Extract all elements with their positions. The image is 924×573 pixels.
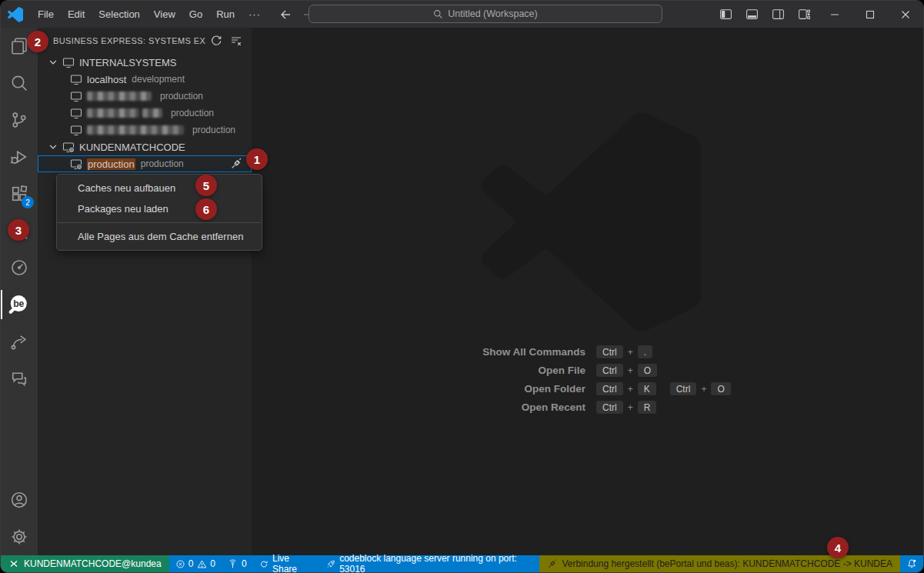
key: . — [638, 345, 652, 359]
errors-icon — [175, 559, 185, 569]
connect-plug-icon[interactable] — [230, 158, 242, 170]
menu-item-alle-pages-cache-entfernen[interactable]: Alle Pages aus dem Cache entfernen — [57, 226, 262, 247]
language-server-status[interactable]: codeblock language server running on por… — [320, 555, 540, 572]
tree-item-redacted-server[interactable]: production — [38, 105, 252, 122]
comments-icon[interactable] — [1, 360, 38, 397]
vscode-watermark-logo — [482, 112, 701, 331]
sidebar-title: BUSINESS EXPRESS: SYSTEMS EXPLOR... — [53, 36, 205, 45]
activity-bar-spacer — [1, 397, 38, 481]
search-view-icon[interactable] — [1, 65, 38, 102]
business-express-view-icon[interactable]: be — [1, 286, 38, 323]
tree-item-label-match: production — [87, 158, 135, 170]
tree-item-production-selected[interactable]: production production — [38, 155, 252, 172]
menu-more-icon[interactable]: ··· — [242, 5, 268, 23]
key: Ctrl — [596, 364, 623, 378]
menu-view[interactable]: View — [147, 5, 182, 23]
customize-layout-icon[interactable] — [791, 1, 817, 28]
tree-item-localhost[interactable]: localhost development — [38, 71, 252, 88]
ports-indicator[interactable]: 0 — [222, 555, 253, 572]
shortcut-label: Open Recent — [416, 401, 585, 415]
minimize-button[interactable] — [817, 1, 852, 28]
rocket-icon — [326, 559, 335, 569]
key: O — [638, 364, 657, 378]
tree-item-redacted-server[interactable]: production — [38, 88, 252, 105]
annotation-badge-5: 5 — [195, 175, 217, 196]
language-server-label: codeblock language server running on por… — [339, 553, 533, 573]
shortcut-keys: Ctrl + K Ctrl + O — [596, 382, 796, 396]
key: K — [638, 382, 656, 396]
annotation-badge-4: 4 — [827, 537, 849, 558]
shortcut-keys: Ctrl + . — [596, 345, 796, 359]
menu-edit[interactable]: Edit — [61, 5, 92, 23]
share-forward-icon[interactable] — [1, 323, 38, 360]
toggle-panel-icon[interactable] — [739, 1, 765, 28]
vscode-logo-icon — [8, 7, 23, 22]
server-monitor-active-icon — [62, 141, 75, 153]
activity-bar: 2 be be — [1, 28, 38, 555]
connection-status[interactable]: Verbindung hergestellt (bePortal und bea… — [539, 555, 900, 572]
refresh-icon[interactable] — [207, 32, 225, 49]
server-monitor-icon — [62, 56, 75, 68]
tree-item-description: production — [160, 91, 203, 102]
annotation-badge-1: 1 — [246, 148, 268, 170]
shortcut-label: Open File — [416, 364, 585, 378]
close-button[interactable] — [888, 1, 923, 28]
key: Ctrl — [670, 382, 697, 396]
remote-label: KUNDENMATCHCODE@kundea — [24, 558, 162, 569]
maximize-button[interactable] — [852, 1, 888, 28]
menu-file[interactable]: File — [31, 5, 61, 23]
notifications-bell[interactable] — [900, 555, 923, 572]
warnings-count: 0 — [210, 558, 215, 569]
tree-item-label: localhost — [87, 74, 126, 85]
plus-separator: + — [628, 384, 633, 395]
menu-selection[interactable]: Selection — [92, 5, 146, 23]
menu-separator — [58, 222, 261, 223]
settings-gear-icon[interactable] — [1, 518, 38, 555]
toggle-secondary-sidebar-icon[interactable] — [765, 1, 791, 28]
errors-count: 0 — [188, 558, 194, 569]
status-bar: KUNDENMATCHCODE@kundea 0 0 0 Live Share … — [1, 555, 923, 572]
live-share-button[interactable]: Live Share — [253, 555, 320, 572]
live-share-label: Live Share — [272, 553, 314, 573]
plus-separator: + — [628, 402, 633, 413]
extensions-icon[interactable]: 2 — [1, 175, 38, 212]
shortcut-keys: Ctrl + O — [596, 364, 796, 378]
tree-item-internalsystems[interactable]: INTERNALSYSTEMS — [38, 54, 252, 71]
redacted-label — [87, 125, 184, 135]
command-center[interactable]: Untitled (Workspace) — [309, 5, 662, 23]
server-monitor-active-icon — [70, 158, 82, 170]
tree-item-description: production — [171, 108, 214, 118]
menu-go[interactable]: Go — [182, 5, 209, 23]
tree-item-kundenmatchcode[interactable]: KUNDENMATCHCODE — [38, 138, 252, 155]
account-icon[interactable] — [1, 481, 38, 518]
shortcut-label: Open Folder — [416, 382, 585, 396]
remote-indicator[interactable]: KUNDENMATCHCODE@kundea — [1, 555, 169, 572]
clear-filter-icon[interactable] — [227, 32, 245, 49]
server-monitor-icon — [70, 107, 82, 119]
context-menu: Caches neu aufbauen Packages neu laden A… — [56, 174, 262, 251]
bell-icon — [906, 558, 917, 569]
search-icon — [433, 9, 443, 19]
plus-separator: + — [701, 384, 706, 395]
history-timer-icon[interactable] — [1, 249, 38, 286]
menu-item-packages-neu-laden[interactable]: Packages neu laden — [57, 198, 262, 219]
source-control-icon[interactable] — [1, 102, 38, 138]
vscode-window: File Edit Selection View Go Run ··· Unti… — [0, 0, 924, 573]
problems-indicator[interactable]: 0 0 — [169, 555, 222, 572]
menu-run[interactable]: Run — [209, 5, 242, 23]
command-center-label: Untitled (Workspace) — [448, 8, 537, 19]
key: Ctrl — [596, 401, 623, 415]
back-icon[interactable] — [279, 8, 292, 22]
menu-item-caches-neu-aufbauen[interactable]: Caches neu aufbauen — [57, 178, 262, 198]
server-monitor-icon — [70, 73, 82, 85]
run-debug-icon[interactable] — [1, 138, 38, 175]
key: R — [638, 401, 657, 415]
toggle-primary-sidebar-icon[interactable] — [712, 1, 739, 28]
chevron-down-icon — [47, 56, 59, 68]
remote-icon — [8, 558, 19, 569]
annotation-badge-3: 3 — [8, 219, 29, 241]
tree-item-redacted-server[interactable]: production — [38, 122, 252, 138]
redacted-label — [87, 108, 139, 118]
shortcut-keys: Ctrl + R — [596, 401, 796, 415]
svg-text:be: be — [13, 298, 24, 309]
